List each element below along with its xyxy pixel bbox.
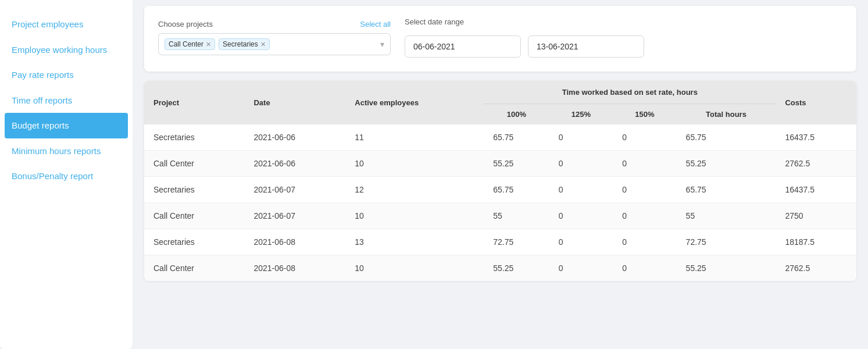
cell-pct_150: 0	[613, 229, 676, 255]
cell-pct_150: 0	[613, 177, 676, 203]
col-pct-100: 100%	[484, 104, 549, 125]
cell-costs: 2762.5	[776, 255, 856, 282]
cell-pct_125: 0	[549, 229, 613, 255]
table-row: Secretaries2021-06-061165.750065.7516437…	[144, 124, 856, 151]
cell-total_hours: 72.75	[677, 229, 776, 255]
col-project: Project	[144, 81, 244, 124]
table-row: Call Center2021-06-07105500552750	[144, 203, 856, 229]
table-row: Secretaries2021-06-081372.750072.7518187…	[144, 229, 856, 255]
cell-project: Call Center	[144, 151, 244, 177]
cell-active_employees: 10	[345, 151, 484, 177]
project-tag: Secretaries ✕	[219, 38, 270, 50]
cell-pct_100: 55	[484, 203, 549, 229]
cell-pct_125: 0	[549, 255, 613, 282]
cell-costs: 2762.5	[776, 151, 856, 177]
cell-total_hours: 65.75	[677, 124, 776, 151]
col-pct-125: 125%	[549, 104, 613, 125]
chevron-down-icon: ▾	[380, 40, 384, 49]
cell-pct_150: 0	[613, 151, 676, 177]
cell-costs: 16437.5	[776, 177, 856, 203]
select-all-link[interactable]: Select all	[360, 20, 391, 29]
cell-project: Secretaries	[144, 124, 244, 151]
sidebar-item-employee-working-hours[interactable]: Employee working hours	[0, 37, 133, 63]
project-tag: Call Center ✕	[165, 38, 215, 50]
cell-pct_150: 0	[613, 203, 676, 229]
cell-date: 2021-06-07	[244, 177, 345, 203]
report-table: Project Date Active employees Time worke…	[144, 81, 856, 281]
report-table-card: Project Date Active employees Time worke…	[144, 81, 856, 281]
date-from-input[interactable]	[405, 35, 521, 58]
project-filter-group: Choose projects Select all Call Center ✕…	[158, 20, 391, 55]
table-row: Secretaries2021-06-071265.750065.7516437…	[144, 177, 856, 203]
cell-total_hours: 55	[677, 203, 776, 229]
cell-date: 2021-06-07	[244, 203, 345, 229]
cell-pct_100: 55.25	[484, 255, 549, 282]
cell-pct_125: 0	[549, 124, 613, 151]
main-content: Choose projects Select all Call Center ✕…	[133, 0, 868, 349]
cell-costs: 18187.5	[776, 229, 856, 255]
cell-project: Call Center	[144, 255, 244, 282]
project-select-dropdown[interactable]: Call Center ✕Secretaries ✕ ▾	[158, 33, 391, 55]
cell-date: 2021-06-06	[244, 124, 345, 151]
sidebar-item-project-employees[interactable]: Project employees	[0, 12, 133, 37]
tag-close-icon[interactable]: ✕	[260, 41, 266, 48]
cell-pct_150: 0	[613, 255, 676, 282]
cell-pct_125: 0	[549, 177, 613, 203]
col-date: Date	[244, 81, 345, 124]
col-costs: Costs	[776, 81, 856, 124]
cell-active_employees: 11	[345, 124, 484, 151]
cell-date: 2021-06-08	[244, 255, 345, 282]
tag-close-icon[interactable]: ✕	[206, 41, 211, 48]
cell-pct_100: 65.75	[484, 177, 549, 203]
cell-pct_100: 72.75	[484, 229, 549, 255]
cell-active_employees: 10	[345, 255, 484, 282]
cell-date: 2021-06-06	[244, 151, 345, 177]
cell-pct_100: 65.75	[484, 124, 549, 151]
cell-project: Secretaries	[144, 177, 244, 203]
col-active-employees: Active employees	[345, 81, 484, 124]
choose-projects-label: Choose projects	[158, 20, 213, 29]
cell-total_hours: 65.75	[677, 177, 776, 203]
cell-total_hours: 55.25	[677, 151, 776, 177]
sidebar: Project employeesEmployee working hoursP…	[0, 0, 133, 349]
date-range-label: Select date range	[405, 17, 644, 26]
table-row: Call Center2021-06-081055.250055.252762.…	[144, 255, 856, 282]
sidebar-item-pay-rate-reports[interactable]: Pay rate reports	[0, 62, 133, 88]
cell-active_employees: 10	[345, 203, 484, 229]
cell-date: 2021-06-08	[244, 229, 345, 255]
cell-active_employees: 13	[345, 229, 484, 255]
sidebar-item-bonus-penalty-report[interactable]: Bonus/Penalty report	[0, 163, 133, 189]
cell-project: Secretaries	[144, 229, 244, 255]
sidebar-item-budget-reports[interactable]: Budget reports	[5, 113, 128, 138]
cell-costs: 2750	[776, 203, 856, 229]
filter-card: Choose projects Select all Call Center ✕…	[144, 6, 856, 72]
sidebar-item-time-off-reports[interactable]: Time off reports	[0, 88, 133, 113]
cell-total_hours: 55.25	[677, 255, 776, 282]
sidebar-item-minimum-hours-reports[interactable]: Minimum hours reports	[0, 138, 133, 164]
cell-pct_125: 0	[549, 151, 613, 177]
cell-pct_125: 0	[549, 203, 613, 229]
date-to-input[interactable]	[528, 35, 644, 58]
cell-active_employees: 12	[345, 177, 484, 203]
cell-pct_100: 55.25	[484, 151, 549, 177]
col-total-hours: Total hours	[677, 104, 776, 125]
col-pct-150: 150%	[613, 104, 676, 125]
table-row: Call Center2021-06-061055.250055.252762.…	[144, 151, 856, 177]
cell-costs: 16437.5	[776, 124, 856, 151]
cell-pct_150: 0	[613, 124, 676, 151]
cell-project: Call Center	[144, 203, 244, 229]
col-group-time-worked: Time worked based on set rate, hours	[484, 81, 776, 104]
date-range-group: Select date range	[405, 17, 644, 58]
